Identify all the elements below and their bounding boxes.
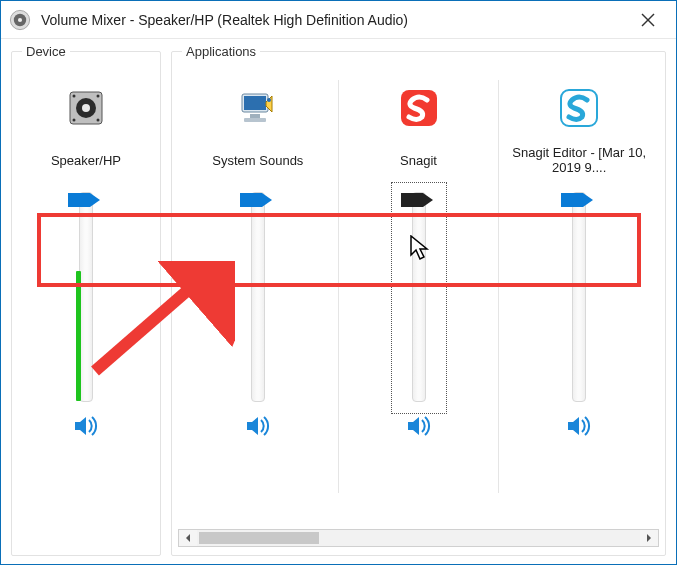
svg-point-18 [267,98,271,102]
device-panel-label: Device [22,44,70,59]
app-name[interactable]: System Sounds [206,140,309,180]
svg-marker-23 [408,417,419,435]
close-icon [641,13,655,27]
speaker-device-icon[interactable] [64,76,108,140]
app-name[interactable]: Snagit Editor - [Mar 10, 2019 9.... [499,140,659,180]
app-column-system-sounds: System Sounds [178,76,338,529]
device-panel: Device Speaker/HP [11,51,161,556]
app-mute-button[interactable] [565,414,593,438]
svg-rect-17 [244,118,266,122]
app-name[interactable]: Snagit [394,140,443,180]
svg-rect-15 [244,96,266,110]
svg-marker-22 [401,193,433,207]
svg-point-7 [82,104,90,112]
app-column-snagit: Snagit [339,76,499,529]
app-mute-button[interactable] [244,414,272,438]
svg-rect-16 [250,114,260,118]
app-volume-slider[interactable] [572,192,586,402]
snagit-icon[interactable] [397,76,441,140]
app-volume-thumb[interactable] [240,191,274,209]
scrollbar-track[interactable] [197,530,640,546]
device-volume-slider[interactable] [79,192,93,402]
device-name[interactable]: Speaker/HP [45,140,127,180]
app-volume-slider[interactable] [251,192,265,402]
close-button[interactable] [628,5,668,35]
svg-marker-13 [75,417,86,435]
svg-point-10 [73,119,76,122]
chevron-left-icon [184,534,192,542]
svg-marker-12 [68,193,100,207]
speaker-on-icon [567,416,591,436]
app-volume-thumb[interactable] [401,191,435,209]
device-column: Speaker/HP [18,76,154,547]
titlebar: Volume Mixer - Speaker/HP (Realtek High … [1,1,676,39]
scroll-left-button[interactable] [179,530,197,546]
app-column-snagit-editor: Snagit Editor - [Mar 10, 2019 9.... [499,76,659,529]
svg-marker-19 [240,193,272,207]
speaker-on-icon [246,416,270,436]
system-sounds-icon[interactable] [236,76,280,140]
svg-point-11 [97,119,100,122]
app-volume-slider[interactable] [412,192,426,402]
svg-marker-27 [186,534,190,542]
speaker-on-icon [74,416,98,436]
svg-marker-20 [247,417,258,435]
window-title: Volume Mixer - Speaker/HP (Realtek High … [41,12,628,28]
scrollbar-thumb[interactable] [199,532,319,544]
applications-panel: Applications System Sounds [171,51,666,556]
horizontal-scrollbar[interactable] [178,529,659,547]
scroll-right-button[interactable] [640,530,658,546]
svg-point-2 [18,17,22,21]
applications-panel-label: Applications [182,44,260,59]
snagit-editor-icon[interactable] [557,76,601,140]
app-mute-button[interactable] [405,414,433,438]
volume-mixer-icon [9,9,31,31]
device-mute-button[interactable] [72,414,100,438]
svg-point-8 [73,95,76,98]
chevron-right-icon [645,534,653,542]
svg-marker-26 [568,417,579,435]
app-volume-thumb[interactable] [561,191,595,209]
svg-point-9 [97,95,100,98]
speaker-on-icon [407,416,431,436]
device-volume-thumb[interactable] [68,191,102,209]
svg-marker-25 [561,193,593,207]
svg-marker-28 [647,534,651,542]
